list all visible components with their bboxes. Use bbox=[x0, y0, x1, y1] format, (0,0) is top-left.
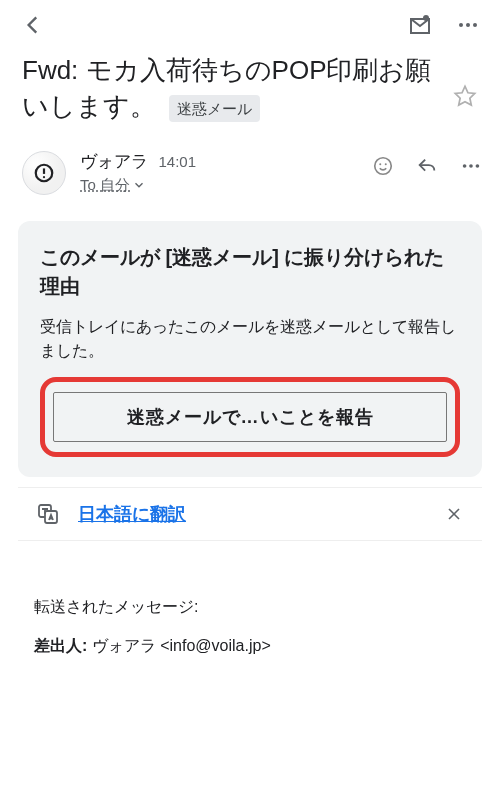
highlight-frame: 迷惑メールで…いことを報告 bbox=[40, 377, 460, 457]
spam-desc: 受信トレイにあったこのメールを迷惑メールとして報告しました。 bbox=[40, 315, 460, 363]
svg-point-11 bbox=[385, 163, 387, 165]
sender-info: ヴォアラ 14:01 To 自分 bbox=[80, 151, 358, 196]
svg-point-10 bbox=[379, 163, 381, 165]
not-spam-button[interactable]: 迷惑メールで…いことを報告 bbox=[53, 392, 447, 442]
from-label: 差出人: bbox=[34, 637, 87, 654]
emoji-icon[interactable] bbox=[372, 155, 394, 177]
spam-title: このメールが [迷惑メール] に振り分けられた理由 bbox=[40, 243, 460, 301]
svg-marker-5 bbox=[455, 87, 475, 106]
forwarded-from: 差出人: ヴォアラ <info@voila.jp> bbox=[34, 636, 466, 657]
sender-name: ヴォアラ bbox=[80, 152, 148, 171]
to-line[interactable]: To 自分 bbox=[80, 175, 146, 195]
toolbar bbox=[0, 0, 500, 44]
svg-point-8 bbox=[43, 176, 45, 178]
subject-row: Fwd: モカ入荷待ちのPOP印刷お願いします。 迷惑メール bbox=[0, 44, 500, 137]
svg-point-9 bbox=[375, 158, 392, 175]
svg-point-12 bbox=[463, 164, 467, 168]
svg-point-2 bbox=[459, 23, 463, 27]
forwarded-heading: 転送されたメッセージ: bbox=[34, 597, 466, 618]
translate-icon bbox=[36, 502, 60, 526]
sender-actions bbox=[372, 155, 482, 177]
spam-badge: 迷惑メール bbox=[169, 95, 260, 122]
translate-link[interactable]: 日本語に翻訳 bbox=[78, 502, 186, 526]
back-icon[interactable] bbox=[20, 12, 46, 38]
archive-icon[interactable] bbox=[408, 13, 432, 37]
sender-time: 14:01 bbox=[158, 153, 196, 170]
message-more-icon[interactable] bbox=[460, 155, 482, 177]
star-icon[interactable] bbox=[452, 83, 478, 109]
svg-point-14 bbox=[476, 164, 480, 168]
more-icon[interactable] bbox=[456, 13, 480, 37]
svg-point-1 bbox=[423, 15, 429, 21]
close-icon[interactable] bbox=[444, 504, 464, 524]
svg-point-4 bbox=[473, 23, 477, 27]
reply-icon[interactable] bbox=[416, 155, 438, 177]
chevron-down-icon bbox=[132, 178, 146, 192]
subject-text: Fwd: モカ入荷待ちのPOP印刷お願いします。 迷惑メール bbox=[22, 52, 444, 125]
spam-card: このメールが [迷惑メール] に振り分けられた理由 受信トレイにあったこのメール… bbox=[18, 221, 482, 477]
email-body: 転送されたメッセージ: 差出人: ヴォアラ <info@voila.jp> bbox=[0, 541, 500, 657]
sender-row: ヴォアラ 14:01 To 自分 bbox=[0, 137, 500, 204]
translate-row: 日本語に翻訳 bbox=[18, 487, 482, 541]
avatar[interactable] bbox=[22, 151, 66, 195]
svg-point-3 bbox=[466, 23, 470, 27]
svg-point-13 bbox=[469, 164, 473, 168]
to-text: To 自分 bbox=[80, 175, 130, 195]
from-value: ヴォアラ <info@voila.jp> bbox=[87, 637, 270, 654]
